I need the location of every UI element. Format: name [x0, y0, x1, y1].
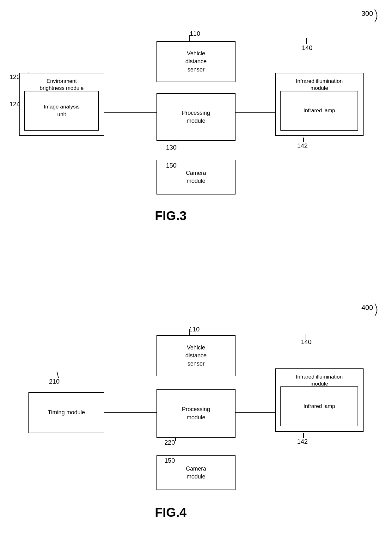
fig3-camera-module-label: Camera module	[186, 169, 206, 185]
fig3-processing-module-label: Processing module	[182, 109, 210, 125]
fig3-environment-brightness-label: Environmentbrightness module	[23, 78, 101, 92]
fig4-ref-140: 140	[301, 338, 311, 346]
fig3-infrared-illumination-module: Infrared illuminationmodule Infrared lam…	[275, 73, 364, 136]
fig3-infrared-lamp-label: Infrared lamp	[303, 107, 335, 114]
fig4-vehicle-distance-sensor-label: Vehicle distance sensor	[185, 344, 206, 368]
fig4-timing-module: Timing module	[28, 392, 104, 433]
fig3-infrared-lamp: Infrared lamp	[280, 91, 358, 131]
fig4-infrared-illumination-module: Infrared illuminationmodule Infrared lam…	[275, 368, 364, 432]
fig4-infrared-illumination-label: Infrared illuminationmodule	[279, 373, 360, 387]
fig4-vehicle-distance-sensor: Vehicle distance sensor	[156, 335, 236, 376]
fig3-ref-124: 124	[9, 101, 20, 108]
fig4-camera-module-label: Camera module	[186, 465, 206, 481]
fig3-ref-arrow	[370, 9, 379, 22]
fig4-timing-module-label: Timing module	[48, 409, 85, 416]
fig3-ref-140: 140	[302, 44, 312, 52]
fig3-vehicle-distance-sensor-label: Vehicle distance sensor	[185, 50, 206, 74]
fig4-ref-150: 150	[164, 457, 175, 464]
fig3-infrared-illumination-label: Infrared illuminationmodule	[279, 78, 360, 92]
fig4-infrared-lamp-label: Infrared lamp	[303, 403, 335, 410]
fig4-ref-210: 210	[49, 378, 59, 385]
svg-line-19	[57, 372, 58, 378]
fig3-processing-module: Processing module	[156, 93, 236, 141]
fig3-ref-120: 120	[9, 73, 20, 81]
fig4-processing-module-label: Processing module	[182, 405, 210, 421]
fig3-image-analysis-unit: Image analysis unit	[24, 91, 99, 131]
fig3-label: FIG.3	[155, 209, 187, 223]
fig3-vehicle-distance-sensor: Vehicle distance sensor	[156, 41, 236, 82]
fig4-infrared-lamp: Infrared lamp	[280, 386, 358, 426]
fig4-label: FIG.4	[155, 505, 187, 520]
fig3-ref-150: 150	[166, 162, 176, 169]
fig4-processing-module: Processing module	[156, 389, 236, 438]
fig3-ref-110: 110	[190, 30, 200, 37]
fig3-image-analysis-label: Image analysis unit	[44, 103, 79, 118]
fig4-ref-arrow	[370, 304, 379, 316]
fig4-ref-110: 110	[189, 326, 199, 333]
fig3-environment-brightness-module: Environmentbrightness module Image analy…	[19, 73, 104, 136]
fig4-ref-142: 142	[297, 438, 308, 445]
fig3-ref-130: 130	[166, 144, 176, 151]
diagram-container: 300 Vehicle distance sensor 110 Processi…	[0, 0, 392, 549]
fig3-ref-142: 142	[297, 142, 308, 150]
fig4-ref-220: 220	[164, 439, 175, 446]
